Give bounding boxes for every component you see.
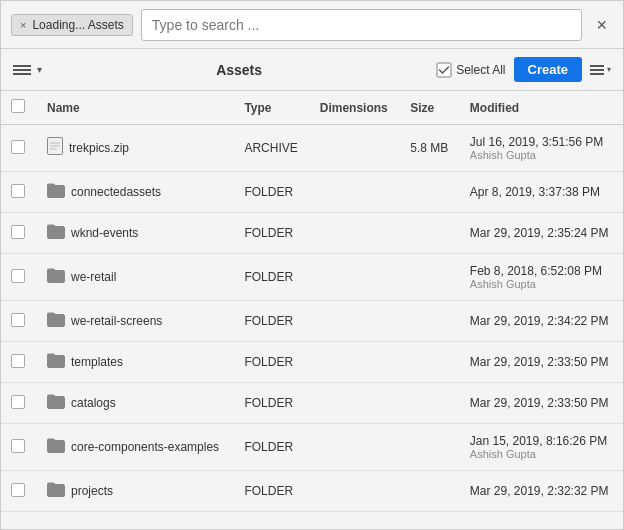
row-name-cell: connectedassets: [37, 172, 234, 213]
row-checkbox[interactable]: [11, 225, 25, 239]
row-name: templates: [71, 355, 123, 369]
row-checkbox-cell: [1, 424, 37, 471]
row-dimensions-cell: [310, 424, 400, 471]
select-all-checkbox[interactable]: Select All: [436, 62, 505, 78]
row-size-cell: [400, 172, 460, 213]
row-type-cell: FOLDER: [234, 471, 309, 512]
col-modified[interactable]: Modified: [460, 91, 623, 125]
col-size[interactable]: Size: [400, 91, 460, 125]
col-checkbox: [1, 91, 37, 125]
table-row[interactable]: we-retailFOLDERFeb 8, 2018, 6:52:08 PMAs…: [1, 254, 623, 301]
table-row[interactable]: core-components-examplesFOLDERJan 15, 20…: [1, 424, 623, 471]
row-checkbox[interactable]: [11, 395, 25, 409]
row-dimensions-cell: [310, 172, 400, 213]
row-name-cell: catalogs: [37, 383, 234, 424]
table-row[interactable]: trekpics.zipARCHIVE5.8 MBJul 16, 2019, 3…: [1, 125, 623, 172]
folder-icon: [47, 352, 65, 372]
row-name-cell: we-retail: [37, 254, 234, 301]
row-dimensions-cell: [310, 254, 400, 301]
row-modified-date: Mar 29, 2019, 2:33:50 PM: [470, 355, 613, 369]
table-row[interactable]: connectedassetsFOLDERApr 8, 2019, 3:37:3…: [1, 172, 623, 213]
row-size-cell: [400, 213, 460, 254]
row-checkbox-cell: [1, 254, 37, 301]
row-name: wknd-events: [71, 226, 138, 240]
col-name[interactable]: Name: [37, 91, 234, 125]
search-box: [141, 9, 583, 41]
row-name-cell: projects: [37, 471, 234, 512]
table-header: Name Type Dimensions Size Modified: [1, 91, 623, 125]
row-modified-date: Mar 29, 2019, 2:35:24 PM: [470, 226, 613, 240]
row-name-cell: wknd-events: [37, 213, 234, 254]
row-checkbox-cell: [1, 301, 37, 342]
row-name: we-retail: [71, 270, 116, 284]
row-size-cell: [400, 254, 460, 301]
row-checkbox[interactable]: [11, 354, 25, 368]
panel-toggle-icon[interactable]: [13, 62, 31, 78]
svg-rect-20: [48, 483, 55, 486]
row-name: trekpics.zip: [69, 141, 129, 155]
tab-label: Loading... Assets: [32, 18, 123, 32]
row-modified-cell: Mar 29, 2019, 2:35:24 PM: [460, 213, 623, 254]
row-dimensions-cell: [310, 301, 400, 342]
row-modified-date: Mar 29, 2019, 2:32:32 PM: [470, 484, 613, 498]
row-checkbox[interactable]: [11, 140, 25, 154]
row-dimensions-cell: [310, 213, 400, 254]
row-name: core-components-examples: [71, 440, 219, 454]
row-checkbox-cell: [1, 172, 37, 213]
row-modified-cell: Mar 29, 2019, 2:32:32 PM: [460, 471, 623, 512]
row-size-cell: [400, 471, 460, 512]
assets-table: Name Type Dimensions Size Modified trekp…: [1, 91, 623, 512]
row-modified-cell: Mar 29, 2019, 2:34:22 PM: [460, 301, 623, 342]
row-type-cell: ARCHIVE: [234, 125, 309, 172]
row-modified-cell: Mar 29, 2019, 2:33:50 PM: [460, 342, 623, 383]
svg-rect-18: [48, 439, 55, 442]
row-type-cell: FOLDER: [234, 301, 309, 342]
row-size-cell: [400, 342, 460, 383]
row-modified-date: Feb 8, 2018, 6:52:08 PM: [470, 264, 613, 278]
tab-close-button[interactable]: × Loading... Assets: [11, 14, 133, 36]
row-size-cell: [400, 424, 460, 471]
top-bar: × Loading... Assets ×: [1, 1, 623, 49]
search-input[interactable]: [152, 17, 572, 33]
row-checkbox-cell: [1, 383, 37, 424]
row-checkbox[interactable]: [11, 313, 25, 327]
col-dimensions[interactable]: Dimensions: [310, 91, 400, 125]
folder-icon: [47, 481, 65, 501]
row-name-cell: trekpics.zip: [37, 125, 234, 172]
row-checkbox[interactable]: [11, 184, 25, 198]
header-checkbox[interactable]: [11, 99, 25, 113]
row-type-cell: FOLDER: [234, 342, 309, 383]
row-name: catalogs: [71, 396, 116, 410]
row-checkbox[interactable]: [11, 439, 25, 453]
row-checkbox[interactable]: [11, 483, 25, 497]
row-modified-cell: Mar 29, 2019, 2:33:50 PM: [460, 383, 623, 424]
folder-icon: [47, 267, 65, 287]
folder-icon: [47, 437, 65, 457]
table-row[interactable]: wknd-eventsFOLDERMar 29, 2019, 2:35:24 P…: [1, 213, 623, 254]
row-size-cell: [400, 301, 460, 342]
row-size-cell: 5.8 MB: [400, 125, 460, 172]
select-all-check-icon: [436, 62, 452, 78]
row-modified-date: Mar 29, 2019, 2:34:22 PM: [470, 314, 613, 328]
panel-chevron-icon[interactable]: ▾: [37, 64, 42, 75]
svg-rect-6: [48, 184, 55, 187]
table-row[interactable]: templatesFOLDERMar 29, 2019, 2:33:50 PM: [1, 342, 623, 383]
dialog-close-button[interactable]: ×: [590, 14, 613, 36]
row-modified-date: Apr 8, 2019, 3:37:38 PM: [470, 185, 613, 199]
table-row[interactable]: projectsFOLDERMar 29, 2019, 2:32:32 PM: [1, 471, 623, 512]
row-type-cell: FOLDER: [234, 254, 309, 301]
row-name-cell: we-retail-screens: [37, 301, 234, 342]
row-name-cell: core-components-examples: [37, 424, 234, 471]
row-dimensions-cell: [310, 471, 400, 512]
row-dimensions-cell: [310, 383, 400, 424]
row-name: connectedassets: [71, 185, 161, 199]
create-button[interactable]: Create: [514, 57, 582, 82]
assets-table-container: Name Type Dimensions Size Modified trekp…: [1, 91, 623, 529]
row-checkbox[interactable]: [11, 269, 25, 283]
row-checkbox-cell: [1, 342, 37, 383]
table-row[interactable]: catalogsFOLDERMar 29, 2019, 2:33:50 PM: [1, 383, 623, 424]
list-view-toggle[interactable]: ▾: [590, 65, 611, 75]
folder-icon: [47, 393, 65, 413]
col-type[interactable]: Type: [234, 91, 309, 125]
table-row[interactable]: we-retail-screensFOLDERMar 29, 2019, 2:3…: [1, 301, 623, 342]
